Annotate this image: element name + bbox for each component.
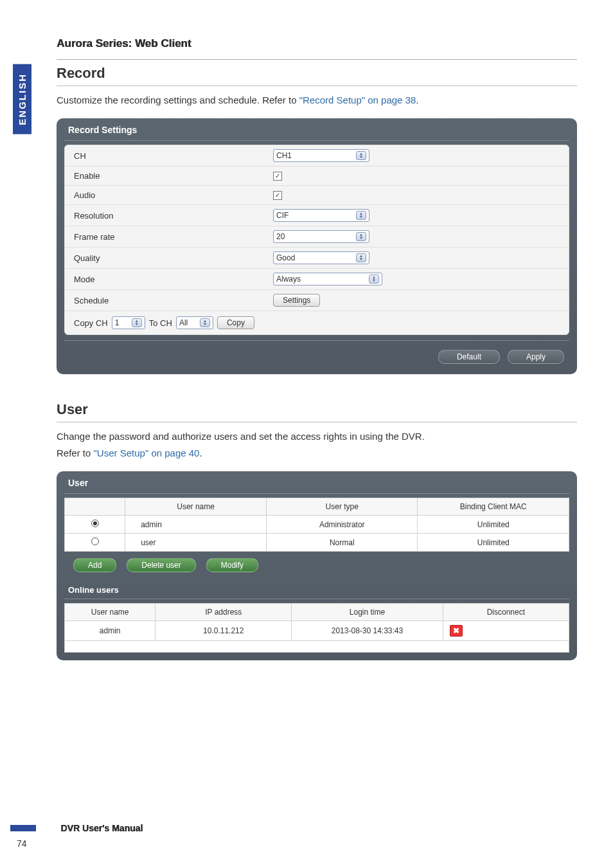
text: . xyxy=(199,448,202,458)
default-button[interactable]: Default xyxy=(438,350,500,364)
cell-username: user xyxy=(125,534,267,552)
select-value: Good xyxy=(276,253,356,262)
col-login: Login time xyxy=(292,604,443,621)
table-row: admin 10.0.11.212 2013-08-30 14:33:43 ✖ xyxy=(65,621,569,641)
record-settings-panel: Record Settings CH CH1 ▲▼ Enable ✓ Audio… xyxy=(57,118,577,374)
panel-title: User xyxy=(64,478,569,494)
ch-select[interactable]: CH1 ▲▼ xyxy=(273,149,369,162)
record-setup-link[interactable]: "Record Setup" on page 38 xyxy=(299,95,416,105)
col-usertype: User type xyxy=(266,498,418,516)
disconnect-button[interactable]: ✖ xyxy=(450,625,463,637)
text: Refer to xyxy=(57,448,94,458)
col-select xyxy=(65,498,125,516)
copy-button[interactable]: Copy xyxy=(217,316,254,329)
close-icon: ✖ xyxy=(453,626,459,635)
select-value: 20 xyxy=(276,232,356,241)
framerate-select[interactable]: 20 ▲▼ xyxy=(273,230,369,243)
resolution-select[interactable]: CIF ▲▼ xyxy=(273,209,369,222)
table-row[interactable]: admin Administrator Unlimited xyxy=(65,516,569,534)
resolution-label: Resolution xyxy=(74,211,273,221)
text: Customize the recording settings and sch… xyxy=(57,95,299,105)
divider xyxy=(57,422,577,422)
chevron-updown-icon: ▲▼ xyxy=(132,318,142,327)
schedule-settings-button[interactable]: Settings xyxy=(273,294,320,307)
text: . xyxy=(416,95,418,105)
divider xyxy=(57,59,577,60)
ch-label: CH xyxy=(74,151,273,161)
chevron-updown-icon: ▲▼ xyxy=(356,151,366,160)
user-table: User name User type Binding Client MAC a… xyxy=(64,498,569,552)
mode-label: Mode xyxy=(74,275,273,284)
language-tab: ENGLISH xyxy=(13,64,31,134)
online-users-table: User name IP address Login time Disconne… xyxy=(64,603,569,653)
divider xyxy=(57,86,577,86)
chevron-updown-icon: ▲▼ xyxy=(200,318,210,327)
user-heading: User xyxy=(57,401,577,418)
cell-usertype: Normal xyxy=(266,534,418,552)
col-mac: Binding Client MAC xyxy=(418,498,569,516)
online-users-title: Online users xyxy=(64,579,569,599)
radio-select[interactable] xyxy=(91,538,99,545)
copy-ch-label: Copy CH xyxy=(74,318,108,328)
user-desc2: Refer to "User Setup" on page 40. xyxy=(57,446,577,461)
select-value: All xyxy=(179,318,200,327)
chevron-updown-icon: ▲▼ xyxy=(356,232,366,241)
cell-usertype: Administrator xyxy=(266,516,418,534)
radio-select[interactable] xyxy=(91,520,99,527)
add-button[interactable]: Add xyxy=(73,558,116,572)
col-username: User name xyxy=(65,604,155,621)
footer-text: DVR User's Manual xyxy=(60,823,143,833)
user-panel: User User name User type Binding Client … xyxy=(57,471,577,660)
chevron-updown-icon: ▲▼ xyxy=(356,253,366,262)
select-value: 1 xyxy=(115,318,132,327)
delete-user-button[interactable]: Delete user xyxy=(127,558,195,572)
user-setup-link[interactable]: "User Setup" on page 40 xyxy=(94,448,200,458)
footer-accent xyxy=(10,825,36,831)
user-desc1: Change the password and authorize users … xyxy=(57,429,577,444)
framerate-label: Frame rate xyxy=(74,232,273,242)
select-value: CIF xyxy=(276,211,356,220)
quality-label: Quality xyxy=(74,253,273,263)
schedule-label: Schedule xyxy=(74,296,273,305)
panel-title: Record Settings xyxy=(64,125,569,141)
to-ch-label: To CH xyxy=(149,318,172,328)
chevron-updown-icon: ▲▼ xyxy=(369,275,379,284)
cell-username: admin xyxy=(65,621,155,641)
select-value: CH1 xyxy=(276,151,356,160)
audio-checkbox[interactable]: ✓ xyxy=(273,191,282,200)
cell-ip: 10.0.11.212 xyxy=(155,621,292,641)
enable-label: Enable xyxy=(74,171,273,181)
mode-select[interactable]: Always ▲▼ xyxy=(273,273,382,285)
cell-mac: Unlimited xyxy=(418,516,569,534)
table-row xyxy=(65,641,569,653)
to-ch-select[interactable]: All ▲▼ xyxy=(176,316,213,329)
audio-label: Audio xyxy=(74,190,273,200)
select-value: Always xyxy=(276,275,369,284)
page-number: 74 xyxy=(17,838,601,849)
record-heading: Record xyxy=(57,65,577,82)
apply-button[interactable]: Apply xyxy=(508,350,564,364)
copy-ch-select[interactable]: 1 ▲▼ xyxy=(112,316,145,329)
col-username: User name xyxy=(125,498,267,516)
enable-checkbox[interactable]: ✓ xyxy=(273,172,282,181)
quality-select[interactable]: Good ▲▼ xyxy=(273,251,369,264)
doc-header: Aurora Series: Web Client xyxy=(57,37,577,50)
col-ip: IP address xyxy=(155,604,292,621)
table-row[interactable]: user Normal Unlimited xyxy=(65,534,569,552)
cell-login: 2013-08-30 14:33:43 xyxy=(292,621,443,641)
record-desc: Customize the recording settings and sch… xyxy=(57,93,577,108)
chevron-updown-icon: ▲▼ xyxy=(356,211,366,220)
modify-button[interactable]: Modify xyxy=(206,558,258,572)
col-disconnect: Disconnect xyxy=(443,604,569,621)
cell-username: admin xyxy=(125,516,267,534)
cell-mac: Unlimited xyxy=(418,534,569,552)
